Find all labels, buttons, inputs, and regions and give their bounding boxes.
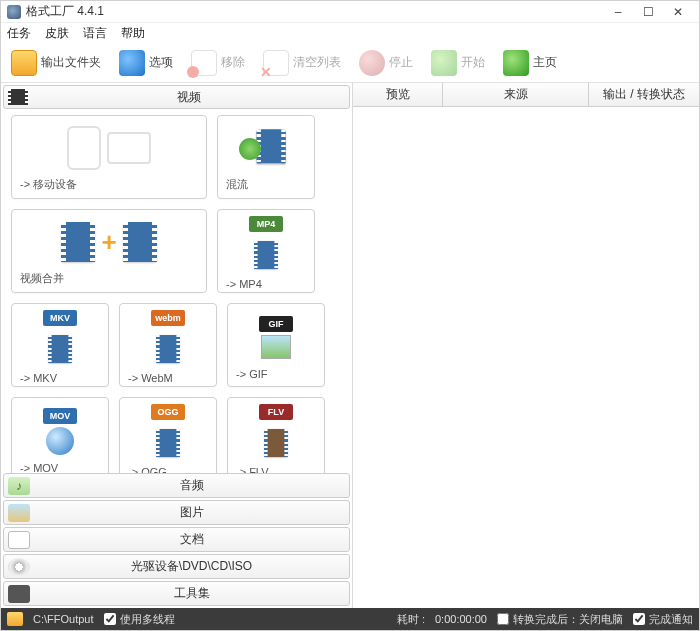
toolbar: 输出文件夹 选项 移除 清空列表 停止 开始 主页 [1, 43, 699, 83]
tile-webm-label: -> WebM [128, 369, 208, 384]
mov-badge: MOV [43, 408, 77, 424]
ogg-badge: OGG [151, 404, 185, 420]
play-icon [431, 50, 457, 76]
disc-icon [8, 558, 30, 576]
tile-ogg[interactable]: OGG -> OGG [119, 397, 217, 473]
tile-join[interactable]: + 视频合并 [11, 209, 207, 293]
start-label: 开始 [461, 54, 485, 71]
statusbar: C:\FFOutput 使用多线程 耗时 : 0:00:00:00 转换完成后：… [1, 608, 699, 630]
tile-gif-label: -> GIF [236, 365, 316, 380]
category-audio[interactable]: ♪ 音频 [3, 473, 350, 498]
category-image-label: 图片 [34, 504, 349, 521]
image-icon [8, 504, 30, 522]
clear-list-button[interactable]: 清空列表 [257, 48, 347, 78]
menubar: 任务 皮肤 语言 帮助 [1, 23, 699, 43]
stop-button[interactable]: 停止 [353, 48, 419, 78]
home-button[interactable]: 主页 [497, 48, 563, 78]
menu-skin[interactable]: 皮肤 [45, 25, 69, 42]
elapsed-label: 耗时 : [397, 612, 425, 627]
options-label: 选项 [149, 54, 173, 71]
tile-mux-label: 混流 [226, 174, 306, 192]
stop-label: 停止 [389, 54, 413, 71]
remove-button[interactable]: 移除 [185, 48, 251, 78]
category-audio-label: 音频 [34, 477, 349, 494]
mkv-badge: MKV [43, 310, 77, 326]
tile-mov-label: -> MOV [20, 459, 100, 473]
notify-check[interactable]: 完成通知 [633, 612, 693, 627]
webm-badge: webm [151, 310, 185, 326]
category-image[interactable]: 图片 [3, 500, 350, 525]
task-list[interactable] [353, 107, 699, 608]
output-path[interactable]: C:\FFOutput [33, 613, 94, 625]
notify-label: 完成通知 [649, 612, 693, 627]
remove-icon [191, 50, 217, 76]
options-icon [119, 50, 145, 76]
column-headers: 预览 来源 输出 / 转换状态 [353, 83, 699, 107]
shutdown-check[interactable]: 转换完成后：关闭电脑 [497, 612, 623, 627]
shutdown-checkbox[interactable] [497, 613, 509, 625]
multithread-label: 使用多线程 [120, 612, 175, 627]
category-toolkit-label: 工具集 [34, 585, 349, 602]
tile-mp4[interactable]: MP4 -> MP4 [217, 209, 315, 293]
toolkit-icon [8, 585, 30, 603]
tile-mobile-label: -> 移动设备 [20, 174, 198, 192]
minimize-button[interactable]: – [603, 3, 633, 21]
right-pane: 预览 来源 输出 / 转换状态 [353, 83, 699, 608]
notify-checkbox[interactable] [633, 613, 645, 625]
home-label: 主页 [533, 54, 557, 71]
menu-language[interactable]: 语言 [83, 25, 107, 42]
flv-badge: FLV [259, 404, 293, 420]
tile-webm[interactable]: webm -> WebM [119, 303, 217, 387]
options-button[interactable]: 选项 [113, 48, 179, 78]
gif-badge: GIF [259, 316, 293, 332]
category-toolkit[interactable]: 工具集 [3, 581, 350, 606]
tile-mkv[interactable]: MKV -> MKV [11, 303, 109, 387]
folder-icon [11, 50, 37, 76]
category-document-label: 文档 [34, 531, 349, 548]
window-title: 格式工厂 4.4.1 [26, 3, 104, 20]
multithread-checkbox[interactable] [104, 613, 116, 625]
category-video-label: 视频 [28, 89, 349, 106]
col-source[interactable]: 来源 [443, 83, 589, 106]
mp4-badge: MP4 [249, 216, 283, 232]
video-tiles: -> 移动设备 混流 [1, 111, 352, 473]
tile-mux[interactable]: 混流 [217, 115, 315, 199]
category-disc-label: 光驱设备\DVD\CD\ISO [34, 558, 349, 575]
tile-mov[interactable]: MOV -> MOV [11, 397, 109, 473]
elapsed-value: 0:00:00:00 [435, 613, 487, 625]
close-button[interactable]: ✕ [663, 3, 693, 21]
mux-art [226, 122, 306, 174]
main-area: 视频 -> 移动设备 [1, 83, 699, 608]
statusbar-folder-icon[interactable] [7, 612, 23, 626]
col-output-status[interactable]: 输出 / 转换状态 [589, 83, 699, 106]
category-document[interactable]: 文档 [3, 527, 350, 552]
menu-task[interactable]: 任务 [7, 25, 31, 42]
category-video-header[interactable]: 视频 [3, 85, 350, 109]
menu-help[interactable]: 帮助 [121, 25, 145, 42]
tile-join-label: 视频合并 [20, 268, 198, 286]
col-preview[interactable]: 预览 [353, 83, 443, 106]
output-folder-button[interactable]: 输出文件夹 [5, 48, 107, 78]
home-icon [503, 50, 529, 76]
music-icon: ♪ [8, 477, 30, 495]
document-icon [8, 531, 30, 549]
output-folder-label: 输出文件夹 [41, 54, 101, 71]
start-button[interactable]: 开始 [425, 48, 491, 78]
app-icon [7, 5, 21, 19]
tile-flv-label: -> FLV [236, 463, 316, 473]
category-disc[interactable]: 光驱设备\DVD\CD\ISO [3, 554, 350, 579]
mobile-art [20, 122, 198, 174]
titlebar: 格式工厂 4.4.1 – ☐ ✕ [1, 1, 699, 23]
tile-mobile[interactable]: -> 移动设备 [11, 115, 207, 199]
clear-icon [263, 50, 289, 76]
maximize-button[interactable]: ☐ [633, 3, 663, 21]
tile-flv[interactable]: FLV -> FLV [227, 397, 325, 473]
left-pane: 视频 -> 移动设备 [1, 83, 353, 608]
tile-mkv-label: -> MKV [20, 369, 100, 384]
remove-label: 移除 [221, 54, 245, 71]
tile-ogg-label: -> OGG [128, 463, 208, 473]
stop-icon [359, 50, 385, 76]
tile-gif[interactable]: GIF -> GIF [227, 303, 325, 387]
join-art: + [20, 216, 198, 268]
multithread-check[interactable]: 使用多线程 [104, 612, 175, 627]
